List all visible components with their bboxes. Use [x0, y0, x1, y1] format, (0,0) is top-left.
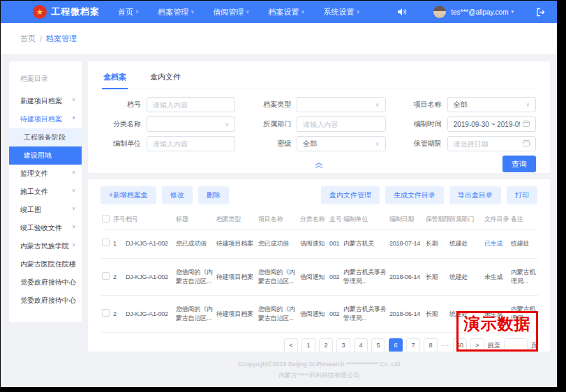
chevron-down-icon: ∨ — [523, 102, 530, 108]
page-button-3[interactable]: 3 — [336, 338, 350, 352]
app-window: ★ 工程微档案 首页∨ 档案管理∨ 借阅管理∨ 档案设置∨ 系统设置∨ tes*… — [1, 1, 557, 387]
content-layout: 档案目录 新建项目档案∨ 待建项目档案∧ 工程装备阶段 建设用地 监理文件∨ 施… — [1, 55, 557, 381]
chevron-down-icon: ∨ — [191, 9, 194, 15]
copyright-line: Ccopyright©2019 Beijing SciResearch ****… — [88, 359, 550, 370]
table-row[interactable]: 2 DJ-KJG-A1-002 您借阅的《内蒙古自治区... 待建项目档案 您借… — [100, 296, 538, 333]
compile-unit-input[interactable] — [147, 136, 235, 151]
box-file-manage-button[interactable]: 盒内文件管理 — [321, 186, 380, 204]
page-button-last[interactable]: 50 — [453, 338, 467, 352]
sidebar-title: 档案目录 — [9, 70, 82, 92]
prev-page-button[interactable]: < — [284, 338, 298, 352]
field-project-name: 项目名称 全部∨ — [403, 97, 536, 112]
sidebar-item-pending-project[interactable]: 待建项目档案∧ — [9, 110, 82, 128]
page-button-5[interactable]: 5 — [371, 338, 385, 352]
sidebar-item-supervision-files[interactable]: 监理文件∨ — [9, 165, 82, 183]
field-archive-type: 档案类型 ∨ — [252, 97, 385, 112]
chevron-down-icon: ∨ — [72, 260, 75, 266]
department-input[interactable] — [297, 116, 385, 132]
jump-page-input[interactable] — [504, 338, 528, 352]
page-button-1[interactable]: 1 — [301, 338, 315, 352]
page-button-4[interactable]: 4 — [354, 338, 368, 352]
chevron-down-icon: ∨ — [72, 169, 75, 175]
category-name-select[interactable]: ∨ — [147, 116, 235, 132]
project-name-select[interactable]: 全部∨ — [447, 97, 536, 112]
select-all-checkbox[interactable] — [102, 215, 110, 223]
export-box-catalog-button[interactable]: 导出盒目录 — [449, 186, 501, 204]
compile-time-daterange[interactable] — [447, 116, 536, 132]
next-page-button[interactable]: > — [470, 338, 484, 352]
user-avatar[interactable] — [433, 6, 446, 18]
menu-home[interactable]: 首页∨ — [118, 7, 139, 17]
print-button[interactable]: 打印 — [507, 186, 537, 204]
archive-type-select[interactable]: ∨ — [297, 97, 385, 112]
user-email[interactable]: tes***@alipay.com — [451, 8, 508, 16]
sidebar-subitem-construction-land[interactable]: 建设用地 — [9, 146, 82, 165]
page-button-7[interactable]: 7 — [406, 338, 420, 352]
chevron-down-icon: ∨ — [246, 9, 249, 15]
catalog-status[interactable]: 已生成 — [483, 229, 509, 259]
menu-system-settings[interactable]: 系统设置∨ — [324, 7, 360, 17]
table-row[interactable]: 2 DJ-KJG-A1-002 您借阅的《内蒙古自治区... 待建项目档案 您借… — [100, 259, 538, 296]
pagination-ellipsis: ··· — [441, 342, 449, 349]
main-content: 盒档案 盒内文件 档号 档案类型 ∨ 项目名称 全部∨ — [88, 61, 550, 381]
chevron-down-icon: ∨ — [357, 9, 360, 15]
sidebar-item-acceptance-files[interactable]: 竣工验收文件∨ — [9, 219, 82, 237]
collapse-panel-icon[interactable] — [313, 159, 325, 172]
sidebar-subitem-equipment-stage[interactable]: 工程装备阶段 — [9, 128, 82, 146]
field-doc-no: 档号 — [102, 97, 235, 112]
main-menu: 首页∨ 档案管理∨ 借阅管理∨ 档案设置∨ 系统设置∨ — [118, 7, 360, 17]
security-level-select[interactable]: 全部∨ — [297, 136, 385, 151]
row-checkbox[interactable] — [102, 272, 110, 280]
chevron-down-icon: ∨ — [373, 102, 380, 108]
page-button-6-active[interactable]: 6 — [389, 338, 403, 352]
sidebar-item-completion-drawing[interactable]: 竣工图∨ — [9, 201, 82, 219]
menu-archive-management[interactable]: 档案管理∨ — [158, 7, 194, 17]
sidebar-item-hospital-building[interactable]: 内蒙古医院住院楼∨ — [9, 255, 82, 273]
sidebar-item-reception-center-1[interactable]: 党委政府接待中心∨ — [9, 273, 82, 292]
generate-catalog-button[interactable]: 生成文件目录 — [385, 186, 444, 204]
national-emblem-icon: ★ — [33, 5, 47, 19]
search-card: 盒档案 盒内文件 档号 档案类型 ∨ 项目名称 全部∨ — [88, 61, 550, 173]
chevron-down-icon: ∨ — [222, 121, 229, 128]
breadcrumb-home[interactable]: 首页 — [20, 33, 36, 44]
field-compile-unit: 编制单位 — [102, 136, 235, 151]
sidebar-item-minzu-college[interactable]: 内蒙古民族学院∨ — [9, 237, 82, 255]
row-checkbox[interactable] — [102, 239, 110, 246]
search-card-footer: 查询 — [102, 156, 536, 173]
field-compile-time: 编制时间 — [403, 116, 536, 132]
table-row[interactable]: 1 DJ-KJG-A1-002 您已成功借 待建项目档案 您已成功借 借阅通知 … — [100, 229, 538, 259]
table-card: +新增档案盒 修改 删除 盒内文件管理 生成文件目录 导出盒目录 打印 — [88, 179, 550, 352]
chevron-up-icon: ∧ — [72, 115, 75, 121]
catalog-status[interactable]: 未生成 — [483, 259, 509, 296]
add-archive-box-button[interactable]: +新增档案盒 — [100, 186, 156, 204]
search-button[interactable]: 查询 — [502, 156, 536, 172]
sidebar-item-new-project[interactable]: 新建项目档案∨ — [9, 92, 82, 110]
chevron-down-icon: ∨ — [72, 97, 75, 103]
catalog-status[interactable]: 未生成 — [483, 296, 509, 333]
chevron-down-icon: ∨ — [72, 242, 75, 248]
doc-no-input[interactable] — [147, 97, 235, 112]
table-toolbar: +新增档案盒 修改 删除 盒内文件管理 生成文件目录 导出盒目录 打印 — [100, 183, 537, 210]
speaker-icon[interactable] — [397, 8, 407, 16]
tab-box-files[interactable]: 盒内文件 — [149, 64, 182, 89]
field-security-level: 密级 全部∨ — [252, 136, 385, 151]
chevron-down-icon: ∨ — [72, 188, 75, 193]
delete-button[interactable]: 删除 — [198, 186, 229, 204]
row-checkbox[interactable] — [102, 309, 110, 317]
field-category-name: 分类名称 ∨ — [102, 116, 235, 132]
search-form: 档号 档案类型 ∨ 项目名称 全部∨ 分类名称 ∨ — [102, 97, 536, 151]
tab-box-archive[interactable]: 盒档案 — [102, 64, 128, 89]
menu-archive-settings[interactable]: 档案设置∨ — [268, 7, 304, 17]
sidebar-item-construction-files[interactable]: 施工文件∨ — [9, 183, 82, 201]
retention-period-datepicker[interactable] — [447, 136, 536, 151]
chevron-down-icon: ∨ — [72, 296, 75, 302]
logout-icon[interactable] — [536, 8, 546, 17]
field-department: 所属部门 — [252, 116, 385, 132]
sidebar-item-reception-center-2[interactable]: 党委政府接待中心∨ — [9, 292, 82, 310]
page-button-8[interactable]: 8 — [424, 338, 438, 352]
page-button-2[interactable]: 2 — [319, 338, 333, 352]
breadcrumb: 首页 / 档案管理 — [1, 23, 557, 55]
menu-borrow-management[interactable]: 借阅管理∨ — [213, 7, 249, 17]
caret-down-icon[interactable]: ▾ — [511, 9, 514, 15]
edit-button[interactable]: 修改 — [162, 186, 193, 204]
